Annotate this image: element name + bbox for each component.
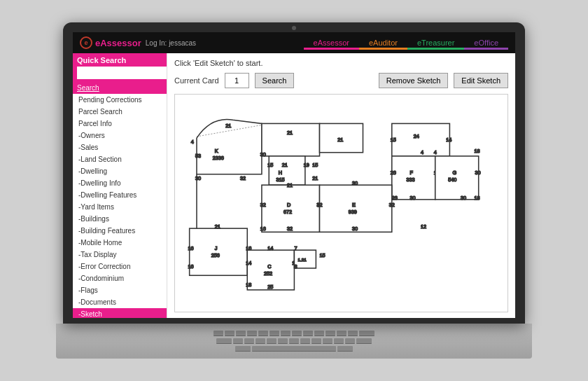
laptop-keyboard xyxy=(56,324,532,359)
sidebar-item-pending-corrections[interactable]: Pending Corrections xyxy=(73,94,167,106)
svg-text:K: K xyxy=(215,148,218,154)
svg-text:30: 30 xyxy=(352,180,358,186)
svg-text:315: 315 xyxy=(276,176,285,183)
sidebar-item-yard-items[interactable]: -Yard Items xyxy=(73,201,167,213)
search-link[interactable]: Search xyxy=(73,82,167,94)
svg-text:540: 540 xyxy=(448,176,456,183)
svg-text:19: 19 xyxy=(304,162,309,168)
sidebar-item-condominium[interactable]: -Condominium xyxy=(73,272,167,284)
sidebar-item-dwelling[interactable]: -Dwelling xyxy=(73,165,167,177)
edit-sketch-button[interactable]: Edit Sketch xyxy=(454,73,508,88)
svg-text:672: 672 xyxy=(284,209,292,215)
key xyxy=(281,331,290,336)
svg-text:15: 15 xyxy=(267,162,273,168)
tab-eoffice[interactable]: eOffice xyxy=(464,36,508,50)
key-wide xyxy=(356,338,372,344)
sidebar-item-documents[interactable]: -Documents xyxy=(73,296,167,308)
card-input[interactable] xyxy=(225,73,249,88)
svg-text:16: 16 xyxy=(260,226,266,232)
key xyxy=(267,338,276,344)
tab-underline-eoffice xyxy=(464,48,508,50)
key xyxy=(345,338,355,344)
keyboard-row-3 xyxy=(235,346,353,352)
key xyxy=(289,338,299,344)
svg-text:32: 32 xyxy=(287,226,293,232)
svg-text:333: 333 xyxy=(406,176,414,183)
svg-text:C: C xyxy=(267,263,271,270)
key xyxy=(214,331,223,336)
sidebar-item-flags[interactable]: -Flags xyxy=(73,284,167,296)
svg-text:21: 21 xyxy=(282,162,288,168)
sketch-area: K 2336 21 53 4 21 30 xyxy=(174,94,508,312)
key xyxy=(278,338,288,344)
svg-text:30: 30 xyxy=(461,195,466,201)
svg-text:18: 18 xyxy=(246,282,251,288)
svg-text:30: 30 xyxy=(410,195,416,201)
sidebar-item-dwelling-info[interactable]: -Dwelling Info xyxy=(73,177,167,189)
key-wide xyxy=(359,331,374,336)
key xyxy=(348,331,358,336)
sidebar-item-mobile-home[interactable]: -Mobile Home xyxy=(73,237,167,249)
svg-text:53: 53 xyxy=(195,153,201,159)
app-title: eAssessor xyxy=(95,38,141,48)
svg-text:26: 26 xyxy=(391,169,396,176)
key xyxy=(236,331,246,336)
key xyxy=(337,331,346,336)
remove-sketch-button[interactable]: Remove Sketch xyxy=(379,73,449,88)
svg-text:21: 21 xyxy=(225,123,231,129)
svg-text:30: 30 xyxy=(352,226,358,232)
svg-text:24: 24 xyxy=(414,133,419,139)
sidebar-item-dwelling-features[interactable]: -Dwelling Features xyxy=(73,189,167,201)
camera xyxy=(292,26,296,30)
svg-text:32: 32 xyxy=(389,202,395,208)
svg-text:32: 32 xyxy=(260,202,266,208)
tab-eassessor-label: eAssessor xyxy=(314,39,349,47)
svg-text:21: 21 xyxy=(215,223,220,230)
keyboard-row-2 xyxy=(216,338,372,344)
sidebar-item-error-correction[interactable]: -Error Correction xyxy=(73,261,167,272)
keyboard-row-1 xyxy=(214,331,374,336)
key xyxy=(312,338,321,344)
tab-eassessor[interactable]: eAssessor xyxy=(304,36,359,50)
sidebar-item-land-section[interactable]: -Land Section xyxy=(73,153,167,165)
sidebar-item-buildings[interactable]: -Buildings xyxy=(73,213,167,225)
search-button[interactable]: Search xyxy=(255,73,295,88)
svg-text:32: 32 xyxy=(316,202,322,208)
sidebar-item-building-features[interactable]: -Building Features xyxy=(73,225,167,237)
svg-text:939: 939 xyxy=(349,209,357,215)
key xyxy=(233,338,243,344)
tab-eauditor[interactable]: eAuditor xyxy=(359,36,407,50)
svg-text:7: 7 xyxy=(294,245,297,251)
tab-underline-eassessor xyxy=(304,48,359,50)
svg-text:4: 4 xyxy=(191,139,194,145)
svg-text:E: E xyxy=(352,202,356,208)
sidebar-item-parcel-info[interactable]: Parcel Info xyxy=(73,118,167,130)
key xyxy=(326,331,335,336)
tab-etreasurer[interactable]: eTreasurer xyxy=(407,36,464,50)
svg-text:252: 252 xyxy=(264,270,272,277)
key xyxy=(258,331,268,336)
svg-text:32: 32 xyxy=(240,175,246,181)
key xyxy=(314,331,324,336)
sidebar-item-sketch[interactable]: -Sketch xyxy=(73,308,167,318)
spacebar-key xyxy=(252,346,336,352)
toolbar-row: Current Card Search Remove Sketch Edit S… xyxy=(174,73,508,88)
key-wide xyxy=(337,346,353,352)
key-wide xyxy=(216,338,232,344)
svg-text:30: 30 xyxy=(195,175,201,181)
key xyxy=(323,338,332,344)
quick-search-input[interactable] xyxy=(77,67,167,79)
svg-text:12: 12 xyxy=(421,223,426,230)
svg-text:15: 15 xyxy=(391,137,396,143)
sidebar-item-sales[interactable]: -Sales xyxy=(73,141,167,153)
tab-etreasurer-label: eTreasurer xyxy=(417,39,454,47)
svg-text:26: 26 xyxy=(392,195,398,201)
quick-search-label: Quick Search xyxy=(77,56,162,64)
svg-text:21: 21 xyxy=(312,175,318,181)
svg-text:H: H xyxy=(279,169,282,176)
sidebar-item-parcel-search[interactable]: Parcel Search xyxy=(73,106,167,118)
sidebar-items: Pending Corrections Parcel Search Parcel… xyxy=(73,94,167,318)
sidebar-item-owners[interactable]: -Owners xyxy=(73,130,167,141)
sidebar-item-tax-display[interactable]: -Tax Display xyxy=(73,249,167,261)
key xyxy=(292,331,302,336)
